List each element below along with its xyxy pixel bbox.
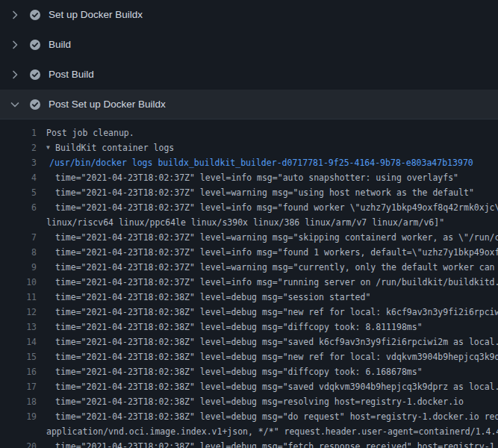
log-line: application/vnd.oci.image.index.v1+json,… (0, 424, 498, 439)
line-number[interactable]: 10 (0, 275, 46, 290)
line-text: time="2021-04-23T18:02:38Z" level=debug … (46, 290, 370, 305)
chevron-right-icon[interactable] (9, 69, 21, 81)
line-text: time="2021-04-23T18:02:38Z" level=debug … (46, 439, 498, 448)
step-row-post-set-up-docker-buildx[interactable]: Post Set up Docker Buildx (0, 90, 498, 119)
line-text: time="2021-04-23T18:02:37Z" level=warnin… (46, 260, 498, 275)
line-number[interactable]: 1 (0, 125, 46, 140)
step-label: Post Set up Docker Buildx (49, 99, 166, 111)
log-line: 9 time="2021-04-23T18:02:37Z" level=warn… (0, 260, 498, 275)
log-line: 7 time="2021-04-23T18:02:37Z" level=warn… (0, 230, 498, 245)
chevron-down-icon[interactable] (9, 99, 21, 111)
step-row-build[interactable]: Build (0, 30, 498, 60)
line-number[interactable]: 6 (0, 200, 46, 215)
log-line: 4 time="2021-04-23T18:02:37Z" level=info… (0, 170, 498, 185)
line-text: time="2021-04-23T18:02:37Z" level=warnin… (46, 230, 498, 245)
line-text: /usr/bin/docker logs buildx_buildkit_bui… (46, 155, 473, 170)
log-line: 1 Post job cleanup. (0, 125, 498, 140)
check-circle-icon (29, 99, 41, 111)
log-line: 14 time="2021-04-23T18:02:38Z" level=deb… (0, 335, 498, 349)
line-number[interactable]: 18 (0, 394, 46, 409)
check-circle-icon (29, 69, 41, 81)
line-number[interactable]: 19 (0, 409, 46, 424)
step-label: Post Build (49, 69, 94, 81)
chevron-right-icon[interactable] (9, 9, 21, 21)
log-line: 13 time="2021-04-23T18:02:38Z" level=deb… (0, 320, 498, 335)
log-line: 8 time="2021-04-23T18:02:37Z" level=info… (0, 245, 498, 260)
line-number[interactable]: 7 (0, 230, 46, 245)
log-line: 15 time="2021-04-23T18:02:38Z" level=deb… (0, 349, 498, 364)
line-text: time="2021-04-23T18:02:38Z" level=debug … (46, 320, 423, 335)
line-number[interactable]: 13 (0, 320, 46, 335)
line-number[interactable]: 16 (0, 364, 46, 379)
line-text: time="2021-04-23T18:02:37Z" level=warnin… (46, 185, 474, 200)
line-text: time="2021-04-23T18:02:38Z" level=debug … (46, 305, 498, 320)
steps-list: Set up Docker Buildx Build Post Build (0, 0, 498, 119)
log-line: 10 time="2021-04-23T18:02:37Z" level=inf… (0, 275, 498, 290)
line-number[interactable]: 12 (0, 305, 46, 320)
line-text: time="2021-04-23T18:02:37Z" level=info m… (46, 170, 458, 185)
workflow-log-view: Set up Docker Buildx Build Post Build (0, 0, 498, 448)
log-line: 2 ▼BuildKit container logs (0, 140, 498, 155)
log-line: 6 time="2021-04-23T18:02:37Z" level=info… (0, 200, 498, 215)
line-number[interactable]: 4 (0, 170, 46, 185)
log-line: 20 time="2021-04-23T18:02:38Z" level=deb… (0, 439, 498, 448)
group-collapse-arrow-icon[interactable]: ▼ (46, 140, 55, 155)
line-number[interactable] (0, 424, 46, 439)
line-text: time="2021-04-23T18:02:38Z" level=debug … (46, 349, 498, 364)
step-label: Build (49, 39, 71, 51)
line-number[interactable]: 9 (0, 260, 46, 275)
line-text: Post job cleanup. (46, 125, 134, 140)
log-line: 3 /usr/bin/docker logs buildx_buildkit_b… (0, 155, 498, 170)
line-text: time="2021-04-23T18:02:38Z" level=debug … (46, 379, 498, 394)
log-line: 17 time="2021-04-23T18:02:38Z" level=deb… (0, 379, 498, 394)
check-circle-icon (29, 9, 41, 21)
line-number[interactable]: 3 (0, 155, 46, 170)
chevron-right-icon[interactable] (9, 39, 21, 51)
line-text: time="2021-04-23T18:02:38Z" level=debug … (46, 409, 498, 424)
step-label: Set up Docker Buildx (49, 9, 143, 21)
log-line: 16 time="2021-04-23T18:02:38Z" level=deb… (0, 364, 498, 379)
step-row-post-build[interactable]: Post Build (0, 60, 498, 90)
check-circle-icon (29, 39, 41, 51)
line-text: linux/riscv64 linux/ppc64le linux/s390x … (46, 215, 444, 230)
log-line: 19 time="2021-04-23T18:02:38Z" level=deb… (0, 409, 498, 424)
line-number[interactable]: 20 (0, 439, 46, 448)
line-text: time="2021-04-23T18:02:37Z" level=info m… (46, 275, 498, 290)
line-number[interactable]: 5 (0, 185, 46, 200)
line-number[interactable]: 17 (0, 379, 46, 394)
line-number[interactable] (0, 215, 46, 230)
log-line: 18 time="2021-04-23T18:02:38Z" level=deb… (0, 394, 498, 409)
log-line: 11 time="2021-04-23T18:02:38Z" level=deb… (0, 290, 498, 305)
line-number[interactable]: 11 (0, 290, 46, 305)
line-text: time="2021-04-23T18:02:37Z" level=info m… (46, 200, 498, 215)
line-number[interactable]: 14 (0, 335, 46, 349)
log-line: 5 time="2021-04-23T18:02:37Z" level=warn… (0, 185, 498, 200)
line-number[interactable]: 15 (0, 349, 46, 364)
line-text: time="2021-04-23T18:02:38Z" level=debug … (46, 335, 498, 349)
line-text: time="2021-04-23T18:02:38Z" level=debug … (46, 364, 423, 379)
log-line: 12 time="2021-04-23T18:02:38Z" level=deb… (0, 305, 498, 320)
log-line: linux/riscv64 linux/ppc64le linux/s390x … (0, 215, 498, 230)
line-number[interactable]: 2 (0, 140, 46, 155)
line-number[interactable]: 8 (0, 245, 46, 260)
line-text: application/vnd.oci.image.index.v1+json,… (46, 424, 498, 439)
step-row-set-up-docker-buildx[interactable]: Set up Docker Buildx (0, 0, 498, 30)
line-text: BuildKit container logs (55, 140, 174, 155)
line-text: time="2021-04-23T18:02:38Z" level=debug … (46, 394, 464, 409)
log-lines: 1 Post job cleanup. 2 ▼BuildKit containe… (0, 119, 498, 448)
line-text: time="2021-04-23T18:02:37Z" level=info m… (46, 245, 498, 260)
